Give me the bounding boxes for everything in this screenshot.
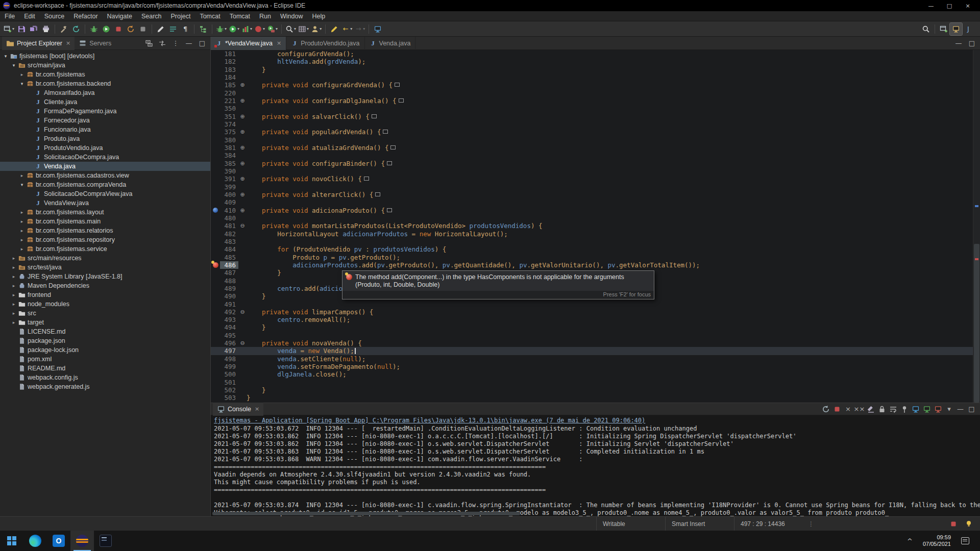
console-output[interactable]: fjsistemas - Application [Spring Boot Ap… <box>211 415 980 516</box>
show-whitespace-button[interactable]: ¶ <box>179 23 191 35</box>
tree-expander[interactable]: ▸ <box>10 274 17 279</box>
tree-item[interactable]: package-lock.json <box>0 345 210 355</box>
tree-item[interactable]: JCliente.java <box>0 97 210 107</box>
collapsed-region-icon[interactable] <box>372 114 377 118</box>
tree-item[interactable]: JVendaView.java <box>0 198 210 208</box>
minimize-console-button[interactable]: — <box>955 404 966 414</box>
code-line[interactable]: 375⊕ private void populaGrdVenda() { <box>211 128 973 136</box>
console-hscrollbar[interactable] <box>212 512 520 515</box>
collapsed-region-icon[interactable] <box>387 208 392 212</box>
code-line[interactable]: 498 venda.setCliente(null); <box>211 355 973 363</box>
code-line[interactable]: 500 dlgJanela.close(); <box>211 370 973 378</box>
code-line[interactable]: 374 <box>211 120 973 128</box>
error-log-button[interactable] <box>947 518 960 530</box>
close-button[interactable]: × <box>959 0 977 11</box>
profile-button[interactable]: ▾ <box>253 23 266 35</box>
tree-expander[interactable]: ▸ <box>10 320 17 325</box>
code-line[interactable]: 381⊕ private void atualizaGrdVenda() { <box>211 144 973 152</box>
code-line[interactable]: 409 <box>211 198 973 206</box>
menu-source[interactable]: Source <box>40 12 69 20</box>
fold-toggle-icon[interactable]: ⊖ <box>238 308 247 316</box>
tree-item[interactable]: ▸src/main/resources <box>0 254 210 263</box>
word-wrap-button[interactable] <box>888 404 898 414</box>
tree-item[interactable]: ▸br.com.fjsistemas.service <box>0 244 210 254</box>
view-tab-project-explorer[interactable]: Project Explorer× <box>2 37 75 50</box>
code-line[interactable]: 486 adicionarProdutos.add(pv.getProduto(… <box>211 261 973 269</box>
code-line[interactable]: 185⊕ private void configuraGrdVenda() { <box>211 81 973 89</box>
tree-expander[interactable]: ▸ <box>10 292 17 297</box>
tree-expander[interactable]: ▸ <box>10 283 17 288</box>
error-marker-icon[interactable] <box>213 262 218 268</box>
save-all-button[interactable] <box>28 23 40 35</box>
fold-toggle-icon[interactable]: ⊕ <box>238 207 247 214</box>
tree-item[interactable]: JProduto.java <box>0 134 210 143</box>
code-line[interactable]: 400⊕ private void alterarClick() { <box>211 191 973 198</box>
menu-refactor[interactable]: Refactor <box>69 12 102 20</box>
new-table-button[interactable]: ▾ <box>297 23 310 35</box>
debug-button[interactable]: ▾ <box>215 23 228 35</box>
tree-item[interactable]: ▸br.com.fjsistemas.repository <box>0 235 210 244</box>
taskbar-clock[interactable]: 09:59 07/05/2021 <box>919 534 955 547</box>
collapsed-region-icon[interactable] <box>387 161 392 165</box>
code-line[interactable]: 380 <box>211 136 973 144</box>
tree-item[interactable]: ▸src <box>0 309 210 318</box>
breakpoint-icon[interactable] <box>213 208 218 213</box>
collapsed-region-icon[interactable] <box>383 130 388 134</box>
code-line[interactable]: 385⊕ private void configuraBinder() { <box>211 160 973 167</box>
tree-item[interactable]: ▾src/main/java <box>0 61 210 70</box>
code-line[interactable]: 481⊖ private void montarListaProdutos(Li… <box>211 222 973 230</box>
taskbar-terminal-button[interactable] <box>94 531 117 551</box>
fold-toggle-icon[interactable]: ⊕ <box>238 81 247 89</box>
tree-expander[interactable]: ▸ <box>10 265 17 270</box>
tree-expander[interactable]: ▾ <box>18 182 26 187</box>
scroll-lock-button[interactable] <box>876 404 887 414</box>
clear-console-button[interactable] <box>865 404 876 414</box>
tree-item[interactable]: ▾br.com.fjsistemas.backend <box>0 79 210 88</box>
code-line[interactable]: 485 Produto p = pv.getProduto(); <box>211 254 973 261</box>
tree-item[interactable]: JSolicitacaoDeCompra.java <box>0 153 210 162</box>
open-type-button[interactable]: ▾ <box>284 23 297 35</box>
open-console-button[interactable]: ▾ <box>944 404 954 414</box>
fold-toggle-icon[interactable]: ⊕ <box>238 128 247 136</box>
tree-item[interactable]: ▸Maven Dependencies <box>0 281 210 290</box>
tab-console[interactable]: Console × <box>213 403 263 416</box>
tree-item[interactable]: webpack.config.js <box>0 373 210 382</box>
close-icon[interactable]: × <box>255 406 259 412</box>
code-line[interactable]: 384 <box>211 152 973 159</box>
fold-toggle-icon[interactable]: ⊖ <box>238 339 247 347</box>
code-line[interactable]: 503} <box>211 394 973 402</box>
tree-item[interactable]: ▸node_modules <box>0 299 210 309</box>
tree-expander[interactable]: ▸ <box>10 311 17 316</box>
tomcat-stop-button[interactable] <box>112 23 125 35</box>
last-edit-location-button[interactable] <box>328 23 340 35</box>
tree-expander[interactable]: ▸ <box>18 72 26 77</box>
collapsed-region-icon[interactable] <box>364 177 369 181</box>
open-console-red-button[interactable] <box>933 404 943 414</box>
code-line[interactable]: 502 } <box>211 386 973 394</box>
code-line[interactable]: 390 <box>211 167 973 175</box>
refresh-button[interactable] <box>70 23 82 35</box>
taskbar-outlook-button[interactable]: O <box>47 531 70 551</box>
fold-toggle-icon[interactable]: ⊕ <box>238 160 247 167</box>
view-tab-servers[interactable]: Servers <box>75 37 115 50</box>
link-with-editor-button[interactable] <box>156 38 168 48</box>
type-hierarchy-button[interactable] <box>197 23 209 35</box>
terminate-button[interactable] <box>831 404 842 414</box>
tree-item[interactable]: LICENSE.md <box>0 327 210 336</box>
menu-search[interactable]: Search <box>137 12 166 20</box>
external-tools-button[interactable]: ▾ <box>266 23 279 35</box>
taskbar-edge-button[interactable] <box>23 531 47 551</box>
code-line[interactable]: 399 <box>211 183 973 191</box>
code-line[interactable]: 484 for (ProdutoVendido pv : produtosVen… <box>211 245 973 253</box>
remove-launch-button[interactable]: × <box>843 404 853 414</box>
forward-button[interactable]: →▾ <box>353 23 366 35</box>
tree-expander[interactable]: ▸ <box>10 302 17 307</box>
taskbar-start-button[interactable] <box>0 531 23 551</box>
code-line[interactable]: 496⊖ private void novaVenda() { <box>211 339 973 347</box>
maximize-view-button[interactable]: □ <box>196 38 208 48</box>
fold-toggle-icon[interactable]: ⊕ <box>238 144 247 152</box>
run-button[interactable]: ▾ <box>228 23 240 35</box>
tree-expander[interactable]: ▸ <box>18 237 26 242</box>
menu-edit[interactable]: Edit <box>19 12 40 20</box>
tree-expander[interactable]: ▸ <box>18 173 26 178</box>
